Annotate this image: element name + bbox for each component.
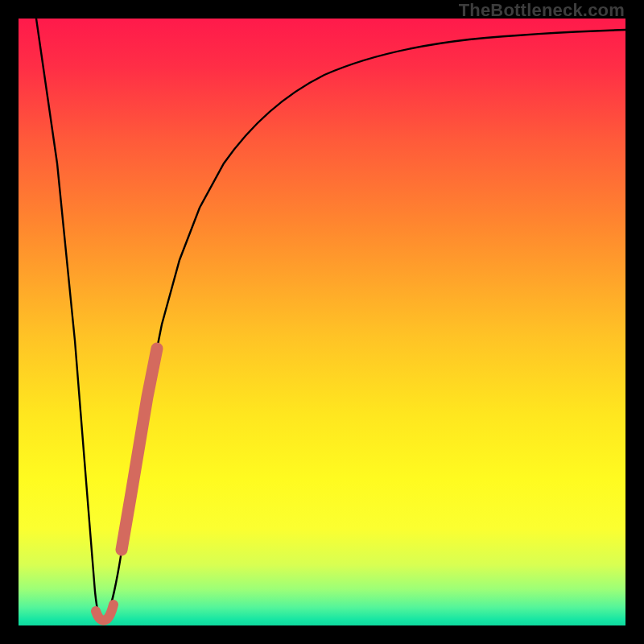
plot-area bbox=[19, 19, 625, 625]
bottleneck-curve bbox=[19, 19, 625, 625]
highlight-min-hook bbox=[96, 605, 114, 621]
highlight-segment bbox=[122, 349, 157, 550]
chart-frame: TheBottleneck.com bbox=[0, 0, 644, 644]
watermark-text: TheBottleneck.com bbox=[459, 0, 625, 21]
